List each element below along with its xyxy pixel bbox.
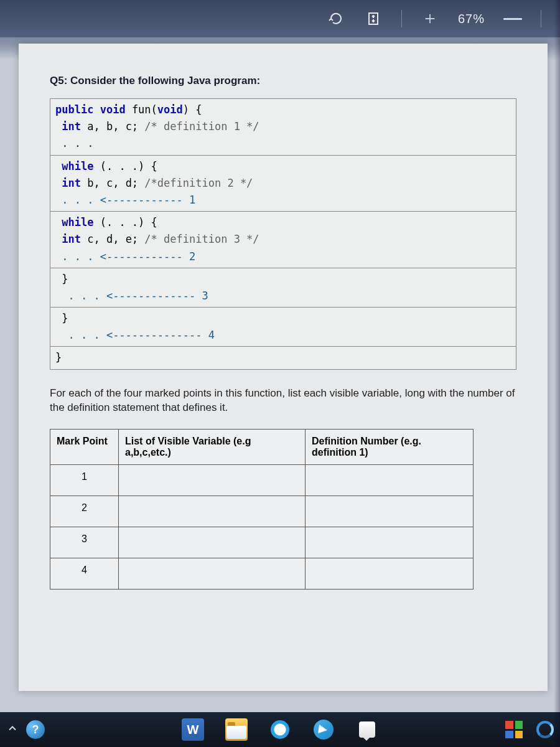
code-token: /* definition 3 */ [144,233,259,245]
zoom-level: 67% [458,12,485,26]
code-token: . . . [62,137,93,149]
code-token: b, c, d; [87,177,138,189]
code-token: /* definition 1 */ [144,120,259,133]
viewer-toolbar: 67% [0,0,560,37]
markpoint-cell: 1 [50,465,119,496]
markpoint-cell: 3 [50,527,119,558]
tray-expand-icon[interactable] [6,722,19,737]
code-token: int [62,233,81,245]
table-row: 3 [50,527,474,558]
definition-cell [306,496,474,527]
table-header-definition: Definition Number (e.g. definition 1) [306,430,474,465]
screen-edge [554,0,560,747]
document-page: Q5: Consider the following Java program:… [19,44,548,691]
circle-app-icon[interactable] [534,718,556,741]
help-label: ? [32,723,39,736]
question-title: Q5: Consider the following Java program: [50,75,516,87]
telegram-icon[interactable] [312,718,335,741]
fit-page-icon[interactable] [364,9,383,28]
code-token: /*definition 2 */ [144,177,253,189]
code-token: int [62,177,81,189]
code-token: (. . .) { [100,160,157,172]
variables-cell [119,465,306,496]
markpoint-cell: 2 [50,496,119,527]
code-token: (. . .) { [100,216,157,228]
code-token: int [62,120,81,133]
table-row: 1 [50,465,474,496]
question-instruction: For each of the four marked points in th… [50,386,516,416]
code-token: void [100,103,126,116]
news-widget-icon[interactable] [505,721,523,738]
notifications-icon[interactable] [356,718,378,741]
code-token: } [55,351,62,364]
cortana-icon[interactable] [269,718,291,741]
code-token: while [62,216,93,228]
definition-cell [306,527,474,558]
table-row: 2 [50,496,474,527]
variables-cell [119,496,306,527]
rotate-icon[interactable] [327,9,345,28]
zoom-in-icon[interactable] [421,9,439,28]
word-app-icon[interactable]: W [182,718,204,741]
file-explorer-icon[interactable] [225,718,248,741]
code-marker-3: . . . <------------- 3 [68,289,208,302]
code-listing: public void fun(void) { int a, b, c; /* … [50,98,516,370]
code-token: } [62,312,68,324]
windows-taskbar: ? W [0,712,560,747]
variables-cell [119,527,306,558]
code-token: fun [132,103,151,116]
code-token: public [55,103,93,116]
word-label: W [187,723,199,737]
table-row: 4 [50,558,474,590]
code-token: void [157,103,183,116]
code-marker-1: . . . <------------ 1 [62,194,195,206]
zoom-out-icon[interactable] [503,18,522,20]
get-help-icon[interactable]: ? [26,720,45,739]
code-token: c, d, e; [87,233,138,245]
code-marker-2: . . . <------------ 2 [62,250,195,263]
code-marker-4: . . . <-------------- 4 [68,329,214,341]
definition-cell [306,558,474,590]
toolbar-separator [541,10,541,27]
table-header-markpoint: Mark Point [50,430,119,465]
toolbar-separator [401,10,402,27]
answer-table: Mark Point List of Visible Variable (e.g… [50,429,474,590]
code-token: a, b, c; [87,120,138,133]
code-token: } [62,273,68,285]
markpoint-cell: 4 [50,558,119,590]
definition-cell [306,465,474,496]
variables-cell [119,558,306,590]
code-token: while [62,160,93,172]
table-header-variables: List of Visible Variable (e.g a,b,c,etc.… [119,430,306,465]
